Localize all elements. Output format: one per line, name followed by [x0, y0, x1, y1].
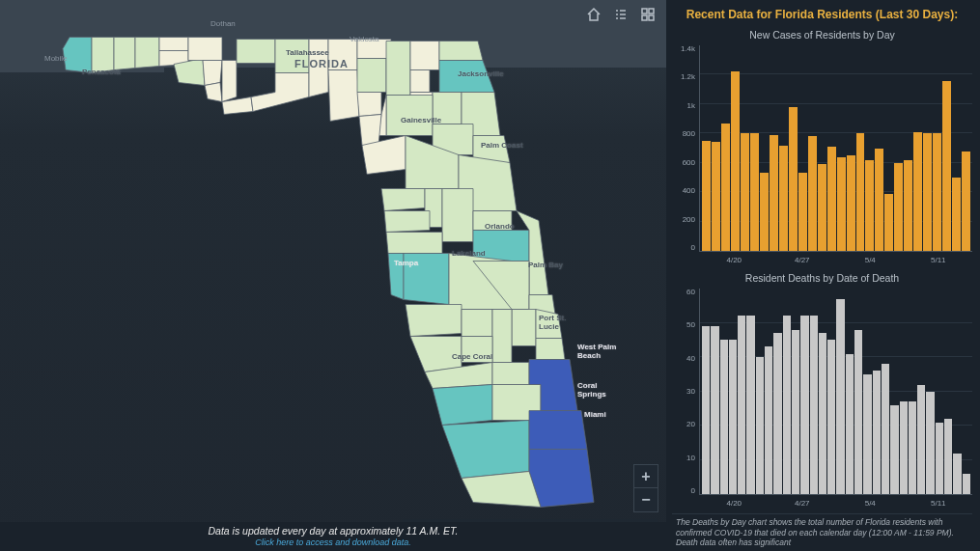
county-gadsden[interactable]: [237, 40, 275, 64]
bar[interactable]: [884, 194, 893, 251]
bar[interactable]: [933, 133, 941, 251]
bar[interactable]: [890, 405, 898, 494]
bar[interactable]: [721, 124, 730, 251]
bar[interactable]: [953, 454, 961, 495]
plot-cases[interactable]: 4/204/275/45/11: [699, 45, 972, 252]
bar[interactable]: [854, 330, 862, 494]
county-union[interactable]: [410, 70, 430, 93]
bar[interactable]: [827, 147, 836, 251]
bar[interactable]: [856, 133, 865, 251]
county-clay[interactable]: [433, 93, 462, 124]
bar[interactable]: [731, 71, 740, 251]
bar[interactable]: [783, 316, 791, 494]
county-wakulla[interactable]: [251, 73, 309, 112]
county-escambia[interactable]: [63, 38, 92, 73]
bar[interactable]: [773, 333, 781, 494]
county-jackson[interactable]: [188, 38, 222, 61]
bar[interactable]: [770, 135, 778, 251]
bar[interactable]: [936, 423, 943, 495]
bar[interactable]: [837, 157, 846, 251]
county-baker[interactable]: [410, 41, 439, 70]
bar[interactable]: [963, 474, 970, 494]
home-icon[interactable]: [585, 6, 602, 23]
county-miamidade[interactable]: [529, 450, 594, 508]
county-glades[interactable]: [492, 363, 529, 385]
bar[interactable]: [882, 364, 889, 494]
bar[interactable]: [741, 133, 749, 251]
bar[interactable]: [847, 155, 855, 251]
county-hillsborough[interactable]: [404, 254, 449, 305]
bar[interactable]: [923, 133, 932, 251]
legend-icon[interactable]: [612, 6, 630, 23]
bar[interactable]: [765, 346, 772, 494]
bar[interactable]: [846, 354, 854, 495]
county-sarasota[interactable]: [410, 337, 462, 372]
bar[interactable]: [711, 326, 718, 494]
county-lafayette[interactable]: [357, 93, 381, 117]
bar[interactable]: [875, 149, 883, 252]
bar[interactable]: [926, 392, 934, 495]
bar[interactable]: [810, 316, 818, 494]
county-hardee[interactable]: [462, 310, 492, 337]
bar[interactable]: [836, 299, 844, 494]
bar[interactable]: [917, 385, 925, 495]
county-duval[interactable]: [439, 61, 494, 93]
bar[interactable]: [942, 81, 951, 252]
bar[interactable]: [738, 316, 745, 494]
bar[interactable]: [792, 330, 799, 494]
county-liberty[interactable]: [222, 61, 237, 102]
bar[interactable]: [900, 401, 908, 494]
county-desoto[interactable]: [462, 337, 492, 363]
county-lee[interactable]: [433, 385, 492, 426]
bar[interactable]: [779, 146, 788, 252]
bar[interactable]: [865, 160, 874, 251]
county-walton[interactable]: [135, 38, 159, 69]
map-panel[interactable]: Dothan Valdosta Mobile Pensacola Tallaha…: [0, 0, 666, 551]
bar[interactable]: [863, 374, 871, 494]
bar[interactable]: [808, 136, 817, 251]
county-gulf[interactable]: [205, 83, 222, 102]
county-highlands[interactable]: [492, 310, 512, 363]
county-columbia[interactable]: [386, 41, 410, 96]
zoom-in-button[interactable]: +: [634, 465, 658, 488]
basemap-icon[interactable]: [639, 6, 657, 23]
bar[interactable]: [904, 160, 912, 251]
county-hernando[interactable]: [384, 211, 430, 233]
bar[interactable]: [720, 340, 728, 494]
bar[interactable]: [800, 316, 808, 494]
bar[interactable]: [702, 141, 711, 251]
county-santarosa[interactable]: [92, 38, 114, 73]
county-collier[interactable]: [442, 421, 529, 479]
county-stlucie[interactable]: [536, 310, 562, 339]
county-orange[interactable]: [473, 231, 529, 262]
bar[interactable]: [712, 142, 720, 251]
county-nassau[interactable]: [439, 41, 483, 61]
county-suwannee[interactable]: [357, 59, 386, 93]
bar[interactable]: [944, 419, 952, 494]
bar[interactable]: [756, 357, 764, 494]
zoom-out-button[interactable]: −: [634, 488, 658, 511]
county-calhoun[interactable]: [203, 61, 222, 86]
county-pinellas[interactable]: [388, 254, 404, 300]
plot-deaths[interactable]: 4/204/275/45/11: [699, 289, 972, 495]
county-okeechobee[interactable]: [512, 310, 536, 346]
bar[interactable]: [873, 371, 881, 494]
bar[interactable]: [894, 163, 903, 251]
bar[interactable]: [952, 178, 961, 251]
download-link[interactable]: Click here to access and download data.: [0, 537, 666, 547]
bar[interactable]: [962, 152, 970, 251]
bar[interactable]: [913, 132, 922, 251]
bar[interactable]: [827, 340, 835, 494]
bar[interactable]: [789, 107, 798, 251]
county-pasco[interactable]: [386, 233, 442, 254]
county-holmes[interactable]: [159, 38, 188, 51]
bar[interactable]: [702, 326, 710, 494]
county-dixie[interactable]: [359, 115, 381, 146]
county-okaloosa[interactable]: [114, 38, 135, 70]
county-seminole[interactable]: [473, 211, 512, 231]
bar[interactable]: [760, 173, 769, 251]
bar[interactable]: [819, 333, 826, 494]
bar[interactable]: [729, 340, 737, 494]
bar[interactable]: [750, 133, 759, 251]
bar[interactable]: [746, 316, 754, 494]
